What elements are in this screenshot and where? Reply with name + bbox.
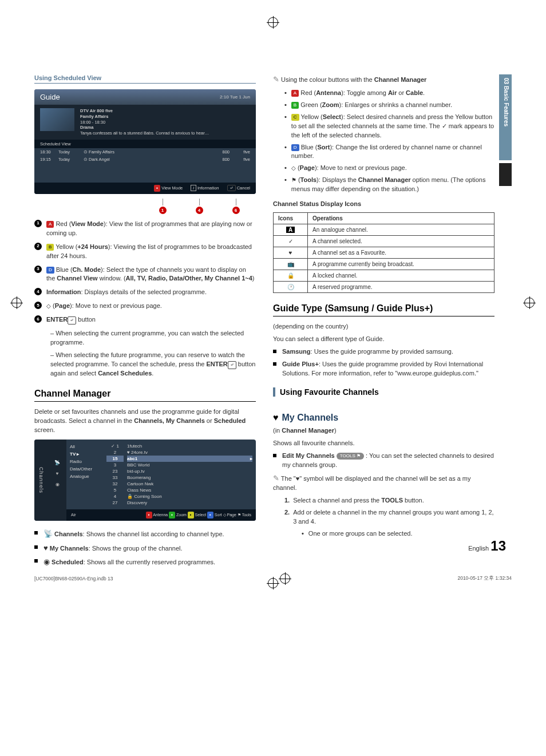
csdi-heading: Channel Status Display Icons: [273, 200, 494, 209]
table-row: 🔒A locked channel.: [274, 270, 494, 282]
registration-mark-footer: [280, 573, 290, 584]
channels-legend: 📡 Channels: Shows the channel list accor…: [34, 529, 256, 568]
channels-footer: Air ▪ Antenna ▪ Zoom ▪ Select ▪ Sort ◇ P…: [66, 509, 256, 521]
table-row: AAn analogue channel.: [274, 224, 494, 236]
channels-panel: Channels 📡 ♥ ◉ AllTV ▸RadioData/OtherAna…: [34, 440, 256, 521]
right-column: ✎ Using the colour buttons with the Chan…: [273, 74, 494, 571]
step-item: 2.Add or delete a channel in the my chan…: [284, 508, 494, 527]
guide-scheduled-view-label: Scheduled View: [34, 140, 256, 148]
view-mode-hint: ▪ View Mode: [154, 185, 183, 192]
step-item: 1.Select a channel and press the TOOLS b…: [284, 496, 494, 505]
guide-type-item: Samsung: Uses the guide programme by pro…: [273, 347, 494, 357]
my-channels-sub: (in Channel Manager): [273, 426, 494, 436]
channels-categories: AllTV ▸RadioData/OtherAnalogue: [66, 440, 106, 509]
channels-side-label: Channels: [38, 467, 44, 493]
bullet-item: C Yellow (Select): Select desired channe…: [284, 113, 494, 140]
footer-left: [UC7000]BN68-02590A-Eng.indb 13: [34, 576, 113, 581]
info-hint: i Information: [191, 185, 219, 191]
guide-row: 19:15Today⊙ Dark Angel800five: [34, 156, 256, 163]
channels-names: 1futech♥ 24ore.tvabc1 ▸BBC Worldbid-up.t…: [124, 440, 256, 509]
dash-item: When selecting the current programme, yo…: [50, 329, 256, 347]
print-footer: [UC7000]BN68-02590A-Eng.indb 13 2010-05-…: [34, 573, 512, 584]
antenna-icon: 📡: [54, 460, 60, 465]
side-bar-dark: [499, 163, 512, 186]
channel-manager-heading: Channel Manager: [34, 389, 256, 402]
edit-my-channels-item: Edit My Channels TOOLS ⚑ : You can set t…: [273, 452, 494, 470]
callout-4: 4: [196, 207, 203, 214]
side-tab: 03 Basic Features: [499, 74, 512, 160]
bullet-item: ⚑ (Tools): Displays the Channel Manager …: [284, 176, 494, 194]
list-item: 4Information: Displays details of the se…: [34, 288, 256, 297]
list-item: 1A Red (View Mode): View the list of pro…: [34, 220, 256, 238]
callout-6: 6: [232, 207, 240, 214]
my-channels-heading: ♥ My Channels: [273, 413, 338, 423]
legend-item: 📡 Channels: Shows the channel list accor…: [34, 529, 256, 540]
callout-1: 1: [159, 207, 167, 214]
sub-bullet: One or more groups can be selected.: [302, 529, 494, 539]
page-number: English 13: [468, 538, 506, 554]
tools-pill: TOOLS ⚑: [337, 453, 364, 460]
dash-list: When selecting the current programme, yo…: [34, 329, 256, 378]
guide-title: Guide: [40, 93, 60, 101]
heart-note: ✎ The "♥" symbol will be displayed and t…: [273, 473, 494, 493]
callout-row: 1 4 6: [34, 199, 256, 214]
dash-item: When selecting the future programme, you…: [50, 351, 256, 378]
bullet-item: D Blue (Sort): Change the list ordered b…: [284, 143, 494, 161]
numbered-list: 1A Red (View Mode): View the list of pro…: [34, 220, 256, 324]
heart-icon: ♥: [56, 471, 59, 476]
registration-mark-left: [11, 298, 22, 308]
registration-mark-right: [524, 298, 535, 308]
legend-item: ♥ My Channels: Shows the group of the ch…: [34, 543, 256, 554]
list-item: 6ENTER⤶ button: [34, 315, 256, 324]
colour-bullets: A Red (Antenna): Toggle among Air or Cab…: [273, 89, 494, 194]
bullet-item: A Red (Antenna): Toggle among Air or Cab…: [284, 89, 494, 98]
note-colour-buttons: ✎ Using the colour buttons with the Chan…: [273, 74, 494, 85]
guide-type-sub: (depending on the country): [273, 322, 494, 331]
icons-table: IconsOperations AAn analogue channel.✓A …: [273, 212, 494, 293]
left-column: Using Scheduled View Guide 2:10 Tue 1 Ju…: [34, 74, 256, 571]
steps-list: 1.Select a channel and press the TOOLS b…: [273, 496, 494, 527]
footer-right: 2010-05-17 오후 1:32:34: [457, 575, 512, 582]
table-row: ♥A channel set as a Favourite.: [274, 247, 494, 259]
bullet-item: ◇ (Page): Move to next or previous page.: [284, 164, 494, 173]
guide-panel: Guide 2:10 Tue 1 Jun DTV Air 800 five Fa…: [34, 89, 256, 194]
guide-clock: 2:10 Tue 1 Jun: [220, 94, 250, 100]
list-item: 5◇ (Page): Move to next or previous page…: [34, 302, 256, 311]
legend-item: ◉ Scheduled: Shows all the currently res…: [34, 557, 256, 568]
guide-type-item: Guide Plus+: Uses the guide programme pr…: [273, 360, 494, 378]
channels-numbers: ✓ 121532333325427: [106, 440, 124, 509]
table-row: 🕐A reserved programme.: [274, 282, 494, 293]
list-item: 2B Yellow (+24 Hours): Viewing the list …: [34, 243, 256, 261]
list-item: 3D Blue (Ch. Mode): Select the type of c…: [34, 266, 256, 284]
fav-channels-heading: Using Favourite Channels: [273, 387, 494, 397]
cancel-hint: ⤶ Cancel: [227, 185, 250, 191]
guide-rows: 18:30Today⊙ Family Affairs800five19:15To…: [34, 148, 256, 183]
guide-footer: ▪ View Mode i Information ⤶ Cancel: [34, 183, 256, 194]
channels-icon-column: 📡 ♥ ◉: [48, 440, 66, 521]
my-channels-p: Shows all favourite channels.: [273, 439, 494, 448]
guide-type-list: Samsung: Uses the guide programme by pro…: [273, 347, 494, 378]
table-row: ✓A channel selected.: [274, 236, 494, 247]
registration-mark-top: [268, 17, 278, 27]
guide-type-p: You can select a different type of Guide…: [273, 335, 494, 344]
guide-type-heading: Guide Type (Samsung / Guide Plus+): [273, 303, 494, 316]
scheduled-view-heading: Using Scheduled View: [34, 74, 256, 84]
table-row: 📺A programme currently being broadcast.: [274, 259, 494, 270]
guide-thumbnail: [40, 108, 74, 131]
bullet-item: B Green (Zoom): Enlarges or shrinks a ch…: [284, 101, 494, 110]
guide-meta: DTV Air 800 five Family Affairs 18:00 - …: [80, 108, 209, 136]
channel-manager-paragraph: Delete or set favourites channels and us…: [34, 407, 256, 435]
guide-row: 18:30Today⊙ Family Affairs800five: [34, 148, 256, 156]
scheduled-icon: ◉: [56, 482, 60, 487]
